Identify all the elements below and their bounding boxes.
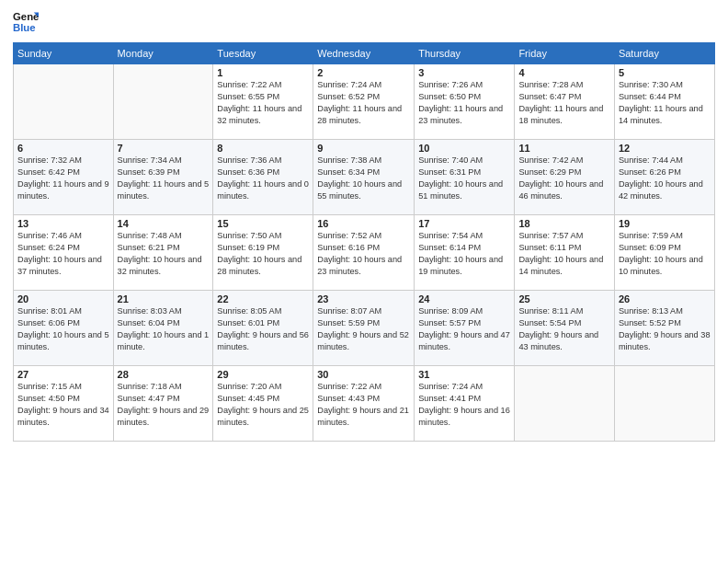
day-number: 15 — [217, 218, 309, 229]
calendar-page: General Blue SundayMondayTuesdayWednesda… — [0, 0, 728, 563]
day-number: 22 — [217, 293, 309, 304]
day-number: 24 — [418, 293, 510, 304]
day-detail: Sunrise: 7:57 AM Sunset: 6:11 PM Dayligh… — [518, 230, 610, 278]
day-detail: Sunrise: 7:24 AM Sunset: 6:52 PM Dayligh… — [317, 79, 410, 127]
calendar-cell: 22Sunrise: 8:05 AM Sunset: 6:01 PM Dayli… — [213, 291, 313, 366]
calendar-cell: 11Sunrise: 7:42 AM Sunset: 6:29 PM Dayli… — [515, 140, 615, 215]
day-detail: Sunrise: 7:40 AM Sunset: 6:31 PM Dayligh… — [418, 155, 510, 202]
day-number: 1 — [217, 67, 309, 78]
calendar-cell: 2Sunrise: 7:24 AM Sunset: 6:52 PM Daylig… — [313, 64, 415, 140]
logo: General Blue — [13, 9, 42, 35]
day-number: 6 — [17, 143, 109, 154]
calendar-cell: 4Sunrise: 7:28 AM Sunset: 6:47 PM Daylig… — [515, 64, 615, 140]
day-number: 28 — [118, 369, 210, 380]
day-number: 25 — [518, 293, 610, 304]
day-detail: Sunrise: 7:24 AM Sunset: 4:41 PM Dayligh… — [418, 381, 510, 429]
day-detail: Sunrise: 7:44 AM Sunset: 6:26 PM Dayligh… — [619, 155, 711, 202]
calendar-header-tuesday: Tuesday — [213, 43, 313, 64]
calendar-cell: 20Sunrise: 8:01 AM Sunset: 6:06 PM Dayli… — [14, 291, 114, 366]
calendar-cell — [515, 366, 615, 442]
calendar-header-row: SundayMondayTuesdayWednesdayThursdayFrid… — [14, 43, 715, 64]
calendar-table: SundayMondayTuesdayWednesdayThursdayFrid… — [13, 42, 715, 442]
day-detail: Sunrise: 8:09 AM Sunset: 5:57 PM Dayligh… — [418, 305, 510, 353]
day-detail: Sunrise: 7:34 AM Sunset: 6:39 PM Dayligh… — [118, 155, 210, 202]
day-detail: Sunrise: 7:30 AM Sunset: 6:44 PM Dayligh… — [619, 79, 711, 127]
day-number: 13 — [17, 218, 109, 229]
day-number: 4 — [518, 67, 610, 78]
day-detail: Sunrise: 7:38 AM Sunset: 6:34 PM Dayligh… — [317, 155, 410, 202]
calendar-cell: 18Sunrise: 7:57 AM Sunset: 6:11 PM Dayli… — [515, 215, 615, 291]
calendar-header-monday: Monday — [113, 43, 213, 64]
day-number: 17 — [418, 218, 510, 229]
day-number: 7 — [118, 143, 210, 154]
day-detail: Sunrise: 8:11 AM Sunset: 5:54 PM Dayligh… — [518, 305, 610, 353]
calendar-header-saturday: Saturday — [614, 43, 714, 64]
day-detail: Sunrise: 8:05 AM Sunset: 6:01 PM Dayligh… — [217, 305, 309, 353]
day-number: 18 — [518, 218, 610, 229]
calendar-cell: 23Sunrise: 8:07 AM Sunset: 5:59 PM Dayli… — [313, 291, 415, 366]
calendar-cell: 7Sunrise: 7:34 AM Sunset: 6:39 PM Daylig… — [113, 140, 213, 215]
calendar-cell — [113, 64, 213, 140]
calendar-week-row: 1Sunrise: 7:22 AM Sunset: 6:55 PM Daylig… — [14, 64, 715, 140]
day-detail: Sunrise: 7:59 AM Sunset: 6:09 PM Dayligh… — [619, 230, 711, 278]
day-detail: Sunrise: 7:22 AM Sunset: 6:55 PM Dayligh… — [217, 79, 309, 127]
calendar-week-row: 27Sunrise: 7:15 AM Sunset: 4:50 PM Dayli… — [14, 366, 715, 442]
day-number: 9 — [317, 143, 410, 154]
calendar-cell — [14, 64, 114, 140]
calendar-cell: 30Sunrise: 7:22 AM Sunset: 4:43 PM Dayli… — [313, 366, 415, 442]
calendar-cell: 25Sunrise: 8:11 AM Sunset: 5:54 PM Dayli… — [515, 291, 615, 366]
day-number: 14 — [118, 218, 210, 229]
day-number: 8 — [217, 143, 309, 154]
day-detail: Sunrise: 8:01 AM Sunset: 6:06 PM Dayligh… — [17, 305, 109, 353]
calendar-header-sunday: Sunday — [14, 43, 114, 64]
calendar-cell: 19Sunrise: 7:59 AM Sunset: 6:09 PM Dayli… — [614, 215, 714, 291]
day-detail: Sunrise: 8:13 AM Sunset: 5:52 PM Dayligh… — [619, 305, 711, 353]
header: General Blue — [13, 9, 715, 35]
day-detail: Sunrise: 8:07 AM Sunset: 5:59 PM Dayligh… — [317, 305, 410, 353]
day-detail: Sunrise: 7:20 AM Sunset: 4:45 PM Dayligh… — [217, 381, 309, 429]
calendar-cell: 13Sunrise: 7:46 AM Sunset: 6:24 PM Dayli… — [14, 215, 114, 291]
day-number: 27 — [17, 369, 109, 380]
calendar-cell: 26Sunrise: 8:13 AM Sunset: 5:52 PM Dayli… — [614, 291, 714, 366]
day-number: 2 — [317, 67, 410, 78]
day-detail: Sunrise: 7:18 AM Sunset: 4:47 PM Dayligh… — [118, 381, 210, 429]
calendar-cell: 17Sunrise: 7:54 AM Sunset: 6:14 PM Dayli… — [415, 215, 515, 291]
day-number: 16 — [317, 218, 410, 229]
calendar-week-row: 20Sunrise: 8:01 AM Sunset: 6:06 PM Dayli… — [14, 291, 715, 366]
day-detail: Sunrise: 7:48 AM Sunset: 6:21 PM Dayligh… — [118, 230, 210, 278]
calendar-cell: 1Sunrise: 7:22 AM Sunset: 6:55 PM Daylig… — [213, 64, 313, 140]
day-number: 30 — [317, 369, 410, 380]
calendar-cell: 31Sunrise: 7:24 AM Sunset: 4:41 PM Dayli… — [415, 366, 515, 442]
day-detail: Sunrise: 7:22 AM Sunset: 4:43 PM Dayligh… — [317, 381, 410, 429]
day-detail: Sunrise: 7:26 AM Sunset: 6:50 PM Dayligh… — [418, 79, 510, 127]
calendar-cell: 9Sunrise: 7:38 AM Sunset: 6:34 PM Daylig… — [313, 140, 415, 215]
calendar-cell: 27Sunrise: 7:15 AM Sunset: 4:50 PM Dayli… — [14, 366, 114, 442]
day-number: 10 — [418, 143, 510, 154]
day-detail: Sunrise: 7:54 AM Sunset: 6:14 PM Dayligh… — [418, 230, 510, 278]
calendar-cell: 15Sunrise: 7:50 AM Sunset: 6:19 PM Dayli… — [213, 215, 313, 291]
day-number: 26 — [619, 293, 711, 304]
calendar-header-thursday: Thursday — [415, 43, 515, 64]
calendar-cell: 10Sunrise: 7:40 AM Sunset: 6:31 PM Dayli… — [415, 140, 515, 215]
calendar-cell: 5Sunrise: 7:30 AM Sunset: 6:44 PM Daylig… — [614, 64, 714, 140]
calendar-cell: 12Sunrise: 7:44 AM Sunset: 6:26 PM Dayli… — [614, 140, 714, 215]
calendar-header-friday: Friday — [515, 43, 615, 64]
day-number: 3 — [418, 67, 510, 78]
day-number: 29 — [217, 369, 309, 380]
calendar-cell: 6Sunrise: 7:32 AM Sunset: 6:42 PM Daylig… — [14, 140, 114, 215]
day-number: 23 — [317, 293, 410, 304]
day-detail: Sunrise: 7:50 AM Sunset: 6:19 PM Dayligh… — [217, 230, 309, 278]
calendar-cell: 29Sunrise: 7:20 AM Sunset: 4:45 PM Dayli… — [213, 366, 313, 442]
day-number: 5 — [619, 67, 711, 78]
svg-text:Blue: Blue — [13, 22, 36, 33]
calendar-cell: 14Sunrise: 7:48 AM Sunset: 6:21 PM Dayli… — [113, 215, 213, 291]
day-detail: Sunrise: 8:03 AM Sunset: 6:04 PM Dayligh… — [118, 305, 210, 353]
day-detail: Sunrise: 7:36 AM Sunset: 6:36 PM Dayligh… — [217, 155, 309, 202]
day-number: 12 — [619, 143, 711, 154]
day-detail: Sunrise: 7:32 AM Sunset: 6:42 PM Dayligh… — [17, 155, 109, 202]
calendar-cell: 3Sunrise: 7:26 AM Sunset: 6:50 PM Daylig… — [415, 64, 515, 140]
day-detail: Sunrise: 7:46 AM Sunset: 6:24 PM Dayligh… — [17, 230, 109, 278]
calendar-week-row: 13Sunrise: 7:46 AM Sunset: 6:24 PM Dayli… — [14, 215, 715, 291]
calendar-cell: 8Sunrise: 7:36 AM Sunset: 6:36 PM Daylig… — [213, 140, 313, 215]
day-detail: Sunrise: 7:28 AM Sunset: 6:47 PM Dayligh… — [518, 79, 610, 127]
